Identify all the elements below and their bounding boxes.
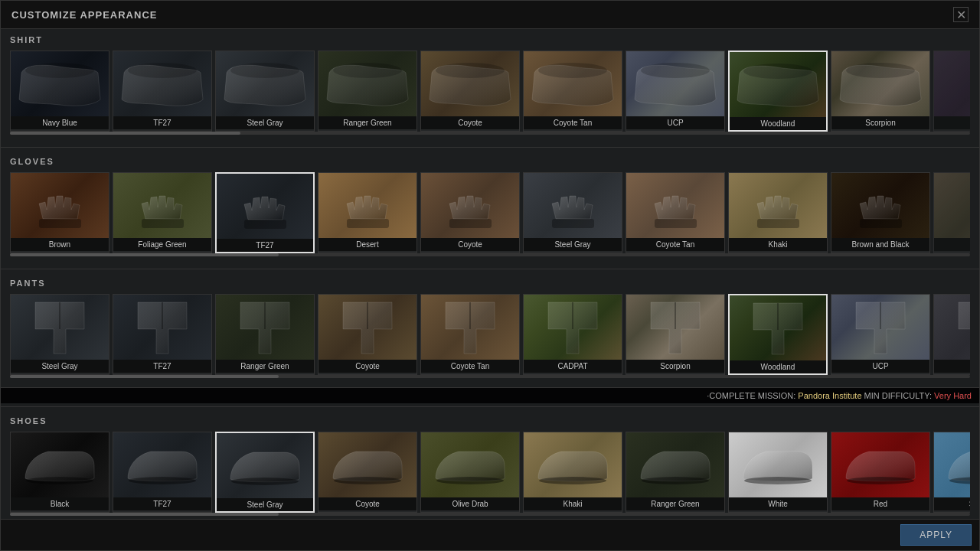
item-card-coyote[interactable]: Coyote [318,432,417,513]
shirt-scrollbar[interactable] [10,132,970,135]
item-card-multic...[interactable]: 🔒Multic... [933,172,970,253]
modal-body: SHIRT Navy Blue TF27 Steel Gray [1,29,979,519]
item-label: Navy Blue [11,116,109,129]
svg-rect-14 [552,219,594,228]
item-card-ucp[interactable]: UCP [626,51,725,132]
item-card-woodland[interactable]: Woodland [728,294,828,375]
item-image-sky-bl... [934,432,970,497]
shirt-items-row: Navy Blue TF27 Steel Gray Ranger Green [10,51,970,132]
item-visual [113,295,211,360]
item-card-black[interactable]: Black [10,432,109,513]
item-card-steel-gray[interactable]: Steel Gray [215,432,315,513]
svg-rect-11 [244,220,286,229]
item-visual [11,295,109,360]
item-visual [831,173,929,238]
item-card-scorpion[interactable]: Scorpion [831,51,930,132]
item-label: CADPAT [524,360,622,373]
item-label: Brown [11,238,109,251]
item-image-coyote [421,51,519,116]
item-image-khaki [524,432,622,497]
item-card-red[interactable]: Red [831,432,930,513]
divider-1 [1,147,979,148]
item-label: Scorpion [626,360,724,373]
item-image-coyote-tan [626,173,724,238]
item-image-brown [11,173,109,238]
svg-point-3 [333,63,402,78]
item-label: UCP [831,360,929,373]
apply-button[interactable]: Apply [900,524,972,546]
item-visual [11,51,109,116]
item-label: Ranger Green [318,116,416,129]
item-image-woodland [730,52,826,117]
item-card-tf27[interactable]: TF27 [113,51,212,132]
item-card-ranger-green[interactable]: Ranger Green [318,51,417,132]
item-card-tf27[interactable]: TF27 [215,172,315,253]
item-card-coyote[interactable]: Coyote [318,294,417,375]
item-card-ranger-green[interactable]: Ranger Green [626,432,725,513]
svg-point-4 [436,63,505,78]
item-card-coyote[interactable]: Coyote [420,51,520,132]
item-image-steel-gray [216,51,314,116]
item-label: UCP [626,116,724,129]
lock-icon: 🔒 [970,193,971,218]
item-image-navy-blue [11,51,109,116]
item-label: Coyote [318,497,416,510]
item-visual [11,173,109,238]
item-visual [524,173,622,238]
svg-point-8 [846,63,915,78]
close-button[interactable]: ✕ [953,7,969,22]
item-visual [524,295,622,360]
item-label: Olive Drab [421,497,519,510]
item-image-ucp [626,51,724,116]
item-image-woodland [730,295,826,360]
item-card-khaki[interactable]: Khaki [523,432,622,513]
item-label: TF27 [113,360,211,373]
item-card-sky-bl...[interactable]: Sky Bl... [933,432,970,513]
item-card-khaki[interactable]: Khaki [728,172,828,253]
item-card-urba...[interactable]: Urba... [933,294,970,375]
item-card-brown-and-black[interactable]: Brown and Black [831,172,930,253]
item-card-ucp[interactable]: UCP [831,294,930,375]
divider-3 [1,406,979,407]
item-card-scorpion[interactable]: Scorpion [626,294,725,375]
item-label: Coyote Tan [626,238,724,251]
item-card-coyote[interactable]: Coyote [420,172,520,253]
item-image-scorpion [831,51,929,116]
divider-2 [1,269,979,269]
item-visual [318,295,416,360]
item-card-desert[interactable]: Desert [318,172,417,253]
item-label: Steel Gray [217,498,313,511]
item-card-tf27[interactable]: TF27 [113,432,212,513]
svg-rect-17 [860,219,902,228]
item-visual [831,432,929,497]
item-card-navy-blue[interactable]: Navy Blue [10,51,109,132]
item-card-coyote-tan[interactable]: Coyote Tan [420,294,520,375]
item-label: Multic... [934,238,970,251]
item-card-coyote-tan[interactable]: Coyote Tan [523,51,622,132]
item-card-woodland[interactable]: Woodland [728,51,828,132]
svg-rect-12 [347,219,389,228]
item-card-steel-gray[interactable]: Steel Gray [10,294,109,375]
item-card-coyote-tan[interactable]: Coyote Tan [626,172,725,253]
item-image-brown-and-black [831,173,929,238]
pants-scrollbar[interactable] [10,375,970,378]
shoes-scrollbar[interactable] [10,513,970,516]
item-card-cadpat[interactable]: CADPAT [523,294,622,375]
item-visual [626,173,724,238]
item-card-steel-gray[interactable]: Steel Gray [215,51,315,132]
item-card-foliage-green[interactable]: Foliage Green [113,172,212,253]
item-card-steel-gray[interactable]: Steel Gray [523,172,622,253]
item-card-white[interactable]: White [728,432,828,513]
gloves-scrollbar[interactable] [10,253,970,256]
item-card-crypt[interactable]: 🔒Crypt [933,51,970,132]
shirt-section: SHIRT Navy Blue TF27 Steel Gray [1,29,979,144]
item-card-olive-drab[interactable]: Olive Drab [420,432,520,513]
item-image-ucp [831,295,929,360]
item-card-brown[interactable]: Brown [10,172,109,253]
item-card-tf27[interactable]: TF27 [113,294,212,375]
item-image-multic...: 🔒 [934,173,970,238]
item-image-urba... [934,295,970,360]
item-card-ranger-green[interactable]: Ranger Green [215,294,315,375]
item-visual [11,432,109,497]
item-label: Coyote Tan [421,360,519,373]
